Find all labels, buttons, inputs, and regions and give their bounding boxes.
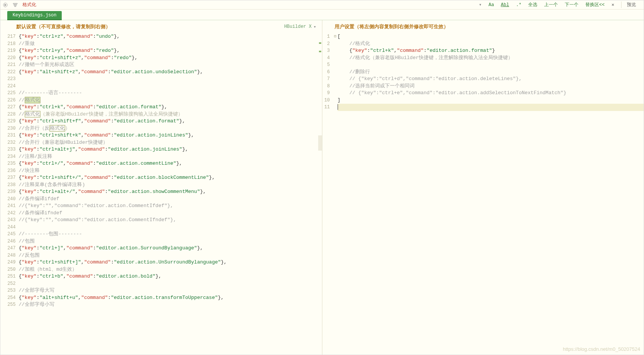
search-term[interactable]: 格式化 (22, 2, 36, 8)
whole-word-toggle[interactable]: Abl (501, 2, 509, 8)
select-all-button[interactable]: 全选 (528, 2, 537, 8)
find-toolbar: 格式化 ▾ Aa Abl .* 全选 上一个 下一个 替换区<< ✕ 预览 (0, 0, 644, 10)
close-icon[interactable]: ✕ (612, 2, 614, 8)
line-gutter: 2172182192202212222232242252262272282292… (0, 32, 19, 355)
svg-marker-1 (5, 4, 6, 6)
regex-toggle[interactable]: .* (516, 2, 521, 8)
match-case-toggle[interactable]: Aa (489, 2, 494, 8)
user-editor[interactable]: 1234567891011 ⊟ [ //格式化 {"key":"ctrl+k",… (322, 32, 644, 355)
default-editor[interactable]: 2172182192202212222232242252262272282292… (0, 32, 322, 355)
tab-bar: Keybindings.json (0, 10, 644, 20)
default-settings-title: 默认设置（不可直接修改，请复制到右侧） (16, 23, 111, 30)
find-prev-button[interactable]: 上一个 (544, 2, 558, 8)
svg-rect-2 (13, 3, 18, 4)
play-icon[interactable] (3, 2, 8, 8)
svg-rect-4 (14, 6, 16, 6)
filter-icon[interactable] (13, 2, 18, 8)
svg-rect-3 (14, 5, 17, 5)
line-gutter: 1234567891011 (322, 32, 333, 355)
replace-toggle[interactable]: 替换区<< (585, 2, 604, 8)
watermark: https://blog.csdn.net/m0_50207524 (563, 346, 640, 352)
keymap-preset-dropdown[interactable]: HBuilder X▼ (284, 24, 316, 29)
user-settings-title: 用户设置（将左侧内容复制到右侧并修改即可生效） (335, 23, 449, 30)
fold-gutter[interactable]: ⊟ (333, 32, 338, 355)
minimap[interactable] (318, 32, 322, 355)
find-next-button[interactable]: 下一个 (565, 2, 578, 8)
user-settings-pane: 用户设置（将左侧内容复制到右侧并修改即可生效） 1234567891011 ⊟ … (322, 20, 644, 355)
tab-keybindings[interactable]: Keybindings.json (7, 11, 62, 20)
default-settings-pane: 默认设置（不可直接修改，请复制到右侧） HBuilder X▼ 21721821… (0, 20, 322, 355)
preview-button[interactable]: 预览 (621, 2, 641, 8)
